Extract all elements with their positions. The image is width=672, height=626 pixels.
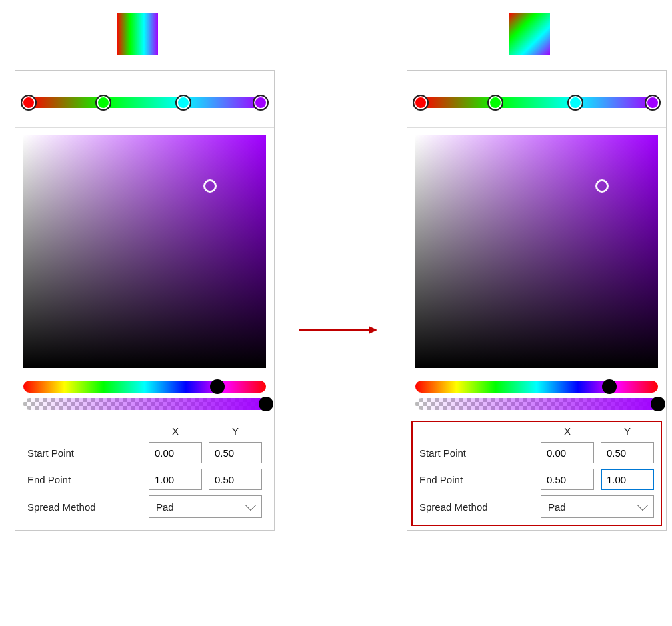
hue-thumb[interactable]: [602, 379, 617, 394]
gradient-stop-2[interactable]: [487, 95, 503, 111]
start-x-input[interactable]: [149, 442, 202, 463]
spread-method-value: Pad: [156, 501, 174, 513]
diagonal-gradient-preview: [509, 13, 550, 55]
hue-slider[interactable]: [415, 381, 658, 393]
column-y-header: Y: [209, 425, 262, 437]
gradient-stop-3[interactable]: [567, 95, 583, 111]
gradient-stop-1[interactable]: [21, 95, 37, 111]
gradient-stop-2[interactable]: [95, 95, 111, 111]
end-y-input[interactable]: [601, 469, 654, 490]
gradient-editor-panel-after: X Y Start Point End Point Spread Method …: [407, 70, 667, 531]
picker-cursor-icon: [203, 179, 217, 193]
start-y-input[interactable]: [209, 442, 262, 463]
spread-method-value: Pad: [548, 501, 566, 513]
chevron-down-icon: [245, 499, 257, 511]
gradient-direction-form: X Y Start Point End Point Spread Method …: [15, 417, 274, 530]
start-y-input[interactable]: [601, 442, 654, 463]
alpha-slider[interactable]: [415, 398, 658, 410]
picker-cursor-icon: [595, 179, 609, 193]
column-y-header: Y: [601, 425, 654, 437]
gradient-direction-form: X Y Start Point End Point Spread Method …: [407, 417, 666, 530]
gradient-stops-track[interactable]: [23, 77, 266, 127]
end-point-label: End Point: [27, 474, 142, 485]
spread-method-label: Spread Method: [419, 501, 534, 513]
end-x-input[interactable]: [541, 469, 594, 490]
saturation-value-picker[interactable]: [23, 135, 266, 368]
gradient-stop-4[interactable]: [645, 95, 661, 111]
arrow-icon: [299, 320, 379, 340]
saturation-value-picker[interactable]: [415, 135, 658, 368]
alpha-slider[interactable]: [23, 398, 266, 410]
svg-marker-1: [369, 326, 377, 334]
end-x-input[interactable]: [149, 469, 202, 490]
end-y-input[interactable]: [209, 469, 262, 490]
end-point-label: End Point: [419, 474, 534, 485]
column-x-header: X: [541, 425, 594, 437]
spread-method-label: Spread Method: [27, 501, 142, 513]
chevron-down-icon: [637, 499, 649, 511]
alpha-thumb[interactable]: [259, 397, 273, 411]
gradient-stops-bar[interactable]: [421, 97, 653, 108]
hue-slider[interactable]: [23, 381, 266, 393]
gradient-stop-4[interactable]: [253, 95, 269, 111]
start-point-label: Start Point: [27, 447, 142, 459]
spread-method-select[interactable]: Pad: [149, 495, 262, 518]
spread-method-select[interactable]: Pad: [541, 495, 654, 518]
alpha-thumb[interactable]: [651, 397, 665, 411]
hue-thumb[interactable]: [210, 379, 225, 394]
column-x-header: X: [149, 425, 202, 437]
horizontal-gradient-preview: [117, 13, 158, 55]
gradient-stop-1[interactable]: [413, 95, 429, 111]
gradient-stops-track[interactable]: [415, 77, 658, 127]
start-point-label: Start Point: [419, 447, 534, 459]
start-x-input[interactable]: [541, 442, 594, 463]
gradient-editor-panel-before: X Y Start Point End Point Spread Method …: [15, 70, 275, 531]
gradient-stops-bar[interactable]: [29, 97, 261, 108]
gradient-stop-3[interactable]: [175, 95, 191, 111]
